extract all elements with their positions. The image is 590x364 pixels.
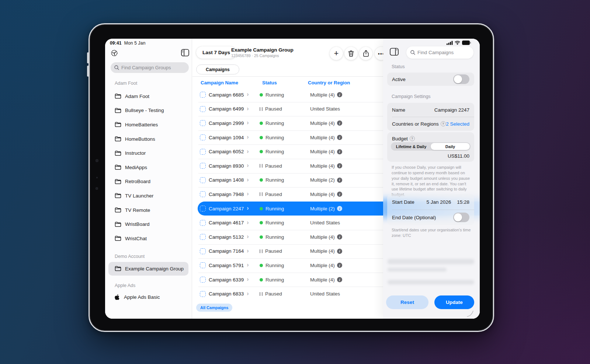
campaign-name: Campaign 6052 — [209, 149, 244, 154]
row-select-checkbox[interactable] — [200, 234, 206, 240]
sidebar-item-campaign-group[interactable]: WristChat — [105, 231, 192, 246]
start-date-value[interactable]: 5 Jan 2026 — [426, 199, 451, 205]
country-text: Multiple (4) — [310, 263, 335, 268]
sidebar-item-example-campaign-group[interactable]: Example Campaign Group — [108, 262, 188, 276]
row-select-checkbox[interactable] — [200, 163, 206, 169]
column-header-campaign-name[interactable]: Campaign Name — [201, 80, 238, 85]
row-select-checkbox[interactable] — [200, 134, 206, 140]
country-text: Multiple (4) — [310, 277, 335, 283]
active-toggle[interactable] — [453, 74, 469, 84]
trash-icon — [348, 50, 354, 57]
start-time-value[interactable]: 15:28 — [457, 199, 469, 205]
row-select-checkbox[interactable] — [200, 262, 206, 268]
status-text: Running — [266, 263, 284, 268]
search-icon — [114, 65, 119, 70]
column-header-country[interactable]: Country or Region — [308, 80, 350, 85]
battery-icon — [462, 41, 471, 45]
name-row[interactable]: Name Campaign 2247 — [387, 103, 474, 117]
status-icon — [260, 93, 263, 97]
help-icon[interactable]: ? — [441, 121, 446, 126]
info-icon[interactable]: i — [337, 92, 342, 97]
sidebar-item-label: HomeButtons — [125, 136, 155, 142]
countries-row[interactable]: Countries or Regions ? 2 Selected — [387, 117, 474, 131]
row-select-checkbox[interactable] — [200, 149, 206, 155]
info-icon[interactable]: i — [337, 192, 342, 197]
segment-daily[interactable]: Daily — [431, 143, 470, 150]
campaign-name: Campaign 1094 — [209, 135, 244, 140]
share-button[interactable] — [359, 47, 372, 60]
row-select-checkbox[interactable] — [200, 191, 206, 197]
sidebar-item-campaign-group[interactable]: TV Remote — [105, 203, 192, 217]
info-icon[interactable]: i — [337, 206, 342, 211]
info-icon[interactable]: i — [337, 178, 342, 183]
info-icon[interactable]: i — [337, 277, 342, 282]
sidebar-item-label: TV Remote — [125, 207, 150, 213]
delete-button[interactable] — [344, 47, 358, 60]
tab-campaigns[interactable]: Campaigns — [196, 64, 239, 74]
row-select-checkbox[interactable] — [200, 291, 206, 297]
sidebar-item-campaign-group[interactable]: Adam Foot — [105, 89, 192, 104]
sidebar-toggle-icon[interactable] — [181, 49, 189, 56]
budget-card: Budget ? Lifetime & Daily Daily US$11.00 — [387, 132, 474, 162]
all-campaigns-badge[interactable]: All Campaigns — [196, 304, 232, 312]
row-select-checkbox[interactable] — [200, 248, 206, 254]
sidebar-item-campaign-group[interactable]: Bullseye - Testing — [105, 104, 192, 118]
budget-amount[interactable]: US$11.00 — [448, 153, 469, 159]
sidebar-item-label: HomeBatteries — [125, 122, 158, 127]
sidebar-item-label: TV Launcher — [125, 193, 153, 199]
campaigns-search-input[interactable]: Find Campaigns — [406, 46, 473, 59]
row-select-checkbox[interactable] — [200, 120, 206, 126]
folder-icon — [115, 193, 121, 198]
chevron-right-icon: › — [247, 291, 249, 297]
info-icon[interactable]: i — [337, 120, 342, 126]
info-icon[interactable]: i — [337, 135, 342, 140]
end-date-row[interactable]: End Date (Optional) — [387, 210, 474, 225]
row-select-checkbox[interactable] — [200, 106, 206, 112]
campaign-groups-search-input[interactable]: Find Campaign Groups — [111, 62, 189, 73]
info-icon[interactable]: i — [337, 234, 342, 239]
sidebar-item-campaign-group[interactable]: TV Launcher — [105, 189, 192, 203]
end-date-toggle[interactable] — [453, 213, 469, 222]
sidebar-item-campaign-group[interactable]: MediApps — [105, 160, 192, 175]
sidebar-item-campaign-group[interactable]: Instructor — [105, 146, 192, 160]
sidebar-item-label: Apple Ads Basic — [124, 294, 160, 300]
sidebar-item-campaign-group[interactable]: HomeButtons — [105, 132, 192, 146]
date-range-button[interactable]: Last 7 Days — [196, 46, 236, 59]
segment-lifetime-daily[interactable]: Lifetime & Daily — [392, 143, 431, 150]
active-label: Active — [392, 77, 406, 82]
sidebar-item-apple-ads-basic[interactable]: Apple Ads Basic — [105, 290, 192, 305]
dates-card: Start Date 5 Jan 2026 15:28 End Date (Op… — [387, 194, 474, 225]
sidebar-item-campaign-group[interactable]: HomeBatteries — [105, 118, 192, 132]
panel-toggle-icon[interactable] — [390, 48, 399, 56]
status-icon — [260, 136, 263, 139]
column-header-status[interactable]: Status — [262, 80, 277, 85]
clock: 09:41Mon 5 Jan — [110, 41, 146, 46]
countries-value[interactable]: 2 Selected — [446, 121, 469, 127]
info-icon[interactable]: i — [337, 149, 342, 154]
row-select-checkbox[interactable] — [200, 220, 206, 226]
status-text: Running — [266, 220, 284, 225]
country-text: Multiple (4) — [310, 234, 335, 240]
info-icon[interactable]: i — [337, 263, 342, 268]
sidebar-item-campaign-group[interactable]: RetroBoard — [105, 175, 192, 189]
add-button[interactable]: + — [330, 47, 343, 60]
end-date-label: End Date (Optional) — [392, 215, 436, 220]
row-select-checkbox[interactable] — [200, 206, 206, 211]
reset-button[interactable]: Reset — [386, 295, 428, 309]
status-text: Paused — [265, 248, 282, 254]
start-date-row[interactable]: Start Date 5 Jan 2026 15:28 — [387, 194, 474, 210]
row-select-checkbox[interactable] — [200, 92, 206, 98]
help-icon[interactable]: ? — [410, 136, 415, 141]
info-icon[interactable]: i — [337, 249, 342, 254]
info-icon[interactable]: i — [337, 163, 342, 168]
sidebar-item-campaign-group[interactable]: WristBoard — [105, 217, 192, 231]
row-select-checkbox[interactable] — [200, 177, 206, 183]
chevron-right-icon: › — [247, 177, 249, 183]
row-select-checkbox[interactable] — [200, 277, 206, 283]
settings-section-header: Campaign Settings — [392, 94, 431, 99]
update-button[interactable]: Update — [434, 295, 474, 309]
folder-icon — [115, 266, 121, 271]
chevron-right-icon: › — [247, 162, 249, 168]
name-value[interactable]: Campaign 2247 — [434, 107, 469, 113]
campaign-name: Campaign 1408 — [209, 177, 244, 183]
